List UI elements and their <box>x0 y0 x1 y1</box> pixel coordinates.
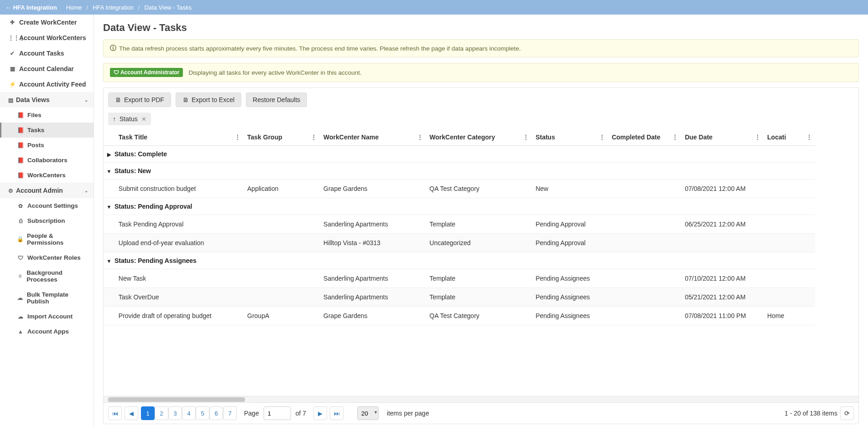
cell-location <box>764 234 815 252</box>
column-menu-icon[interactable]: ⋮ <box>599 133 605 141</box>
sidebar-subitem[interactable]: 📕WorkCenters <box>0 168 94 183</box>
table-row[interactable]: New TaskSanderling ApartmentsTemplatePen… <box>104 269 815 288</box>
pager-page[interactable]: 1 <box>141 406 155 420</box>
pager-first[interactable]: ⏮ <box>108 406 122 420</box>
group-caret-icon[interactable]: ▼ <box>105 258 113 264</box>
pager-page[interactable]: 7 <box>223 406 237 420</box>
sidebar-item[interactable]: ✚Create WorkCenter <box>0 15 94 30</box>
sidebar-subitem[interactable]: ✿Account Settings <box>0 198 94 213</box>
cell-due: 07/10/2021 12:00 AM <box>681 269 764 288</box>
sidebar-subitem[interactable]: ⎙Subscription <box>0 213 94 228</box>
cell-completed <box>608 234 681 252</box>
column-menu-icon[interactable]: ⋮ <box>523 133 529 141</box>
pager-page[interactable]: 5 <box>196 406 209 420</box>
group-chip-status[interactable]: ↑ Status ✕ <box>108 113 151 125</box>
table-row[interactable]: Upload end-of-year evaluationHilltop Vis… <box>104 234 815 252</box>
pager-next[interactable]: ▶ <box>313 406 327 420</box>
group-header[interactable]: ▶ Status: Complete <box>104 146 815 163</box>
table-row[interactable]: Task OverDueSanderling ApartmentsTemplat… <box>104 288 815 307</box>
sidebar-item-label: Create WorkCenter <box>19 19 77 26</box>
column-header[interactable]: WorkCenter Name⋮ <box>320 129 426 146</box>
sidebar-item[interactable]: ⚡Account Activity Feed <box>0 77 94 92</box>
column-header[interactable]: Due Date⋮ <box>681 129 764 146</box>
sidebar: ✚Create WorkCenter⋮⋮⋮Account WorkCenters… <box>0 15 94 426</box>
group-caret-icon[interactable]: ▼ <box>105 204 113 210</box>
column-menu-icon[interactable]: ⋮ <box>311 133 317 141</box>
column-menu-icon[interactable]: ⋮ <box>234 133 241 141</box>
cell-completed <box>608 215 681 234</box>
chip-close-icon[interactable]: ✕ <box>141 116 146 123</box>
scrollbar-thumb[interactable] <box>108 397 245 402</box>
page-size-select[interactable]: 20 <box>357 406 379 420</box>
sidebar-subitem[interactable]: 🔒People & Permissions <box>0 228 94 250</box>
sidebar-subitem[interactable]: ≡Background Processes <box>0 265 94 287</box>
horizontal-scrollbar[interactable] <box>104 396 858 402</box>
cell-title: Task Pending Approval <box>115 215 244 234</box>
sidebar-section-admin[interactable]: ⚙Account Admin ⌄ <box>0 183 94 198</box>
pager-prev[interactable]: ◀ <box>125 406 138 420</box>
table-row[interactable]: Task Pending ApprovalSanderling Apartmen… <box>104 215 815 234</box>
sidebar-subitem[interactable]: ☁Import Account <box>0 309 94 324</box>
cell-completed <box>608 288 681 307</box>
column-header[interactable]: Completed Date⋮ <box>608 129 681 146</box>
sidebar-section-dataviews[interactable]: ▤Data Views ⌄ <box>0 92 94 108</box>
pager-last[interactable]: ⏭ <box>330 406 343 420</box>
group-caret-icon[interactable]: ▼ <box>105 169 113 174</box>
sidebar-subitem[interactable]: 📕Posts <box>0 138 94 153</box>
sidebar-item[interactable]: ✔Account Tasks <box>0 46 94 61</box>
sidebar-item[interactable]: ▦Account Calendar <box>0 61 94 77</box>
column-label: WorkCenter Name <box>323 133 379 141</box>
breadcrumb-hfa[interactable]: HFA Integration <box>93 4 134 11</box>
sort-asc-icon: ↑ <box>113 115 116 123</box>
sidebar-subitem[interactable]: 🛡WorkCenter Roles <box>0 250 94 265</box>
group-caret-icon[interactable]: ▶ <box>105 152 113 158</box>
column-label: WorkCenter Category <box>430 133 495 141</box>
of-label: of 7 <box>296 410 306 417</box>
group-header[interactable]: ▼ Status: Pending Assignees <box>104 252 815 269</box>
pager-page[interactable]: 4 <box>182 406 196 420</box>
column-header[interactable]: Task Title⋮ <box>115 129 244 146</box>
cell-location <box>764 269 815 288</box>
sidebar-icon: ⎙ <box>16 218 25 224</box>
cell-workcenter: Sanderling Apartments <box>320 288 426 307</box>
refresh-button[interactable]: ⟳ <box>840 406 854 420</box>
sidebar-subitem[interactable]: ☁Bulk Template Publish <box>0 287 94 309</box>
breadcrumb-home[interactable]: Home <box>66 4 82 11</box>
export-pdf-button[interactable]: 🗎Export to PDF <box>108 92 171 107</box>
back-link[interactable]: ← HFA Integration <box>5 4 57 11</box>
column-header[interactable]: WorkCenter Category⋮ <box>426 129 532 146</box>
group-header[interactable]: ▼ Status: Pending Approval <box>104 198 815 215</box>
sidebar-subitem[interactable]: 📕Files <box>0 108 94 123</box>
sidebar-icon: 🔒 <box>16 236 24 242</box>
sidebar-item-label: Tasks <box>27 127 44 133</box>
sidebar-item[interactable]: ⋮⋮⋮Account WorkCenters <box>0 30 94 46</box>
page-input[interactable] <box>264 406 291 420</box>
column-header[interactable]: Task Group⋮ <box>244 129 320 146</box>
pager-page[interactable]: 3 <box>168 406 182 420</box>
sidebar-subitem[interactable]: 📕Collaborators <box>0 153 94 168</box>
sidebar-icon: ✚ <box>8 19 16 26</box>
column-menu-icon[interactable]: ⋮ <box>806 133 812 141</box>
column-menu-icon[interactable]: ⋮ <box>754 133 761 141</box>
grid-scroll[interactable]: Task Title⋮Task Group⋮WorkCenter Name⋮Wo… <box>104 129 858 396</box>
column-header[interactable]: Locati⋮ <box>764 129 815 146</box>
pager: ⏮ ◀ 1234567 Page of 7 ▶ ⏭ 20 items per p… <box>104 402 858 424</box>
sidebar-icon: 📕 <box>16 157 25 164</box>
table-row[interactable]: Submit construction budgetApplicationGra… <box>104 180 815 198</box>
column-menu-icon[interactable]: ⋮ <box>672 133 678 141</box>
table-row[interactable]: Provide draft of operating budgetGroupAG… <box>104 307 815 325</box>
sidebar-subitem[interactable]: ▲Account Apps <box>0 324 94 339</box>
sidebar-item-label: Account Apps <box>27 328 69 335</box>
excel-icon: 🗎 <box>182 96 189 103</box>
restore-defaults-button[interactable]: Restore Defaults <box>246 92 307 107</box>
sidebar-subitem[interactable]: 📕Tasks <box>0 123 94 138</box>
pager-page[interactable]: 6 <box>209 406 223 420</box>
pager-page[interactable]: 2 <box>155 406 168 420</box>
column-header[interactable]: Status⋮ <box>532 129 608 146</box>
cell-status: Pending Approval <box>532 234 608 252</box>
group-header[interactable]: ▼ Status: New <box>104 163 815 180</box>
breadcrumb-current[interactable]: Data View - Tasks <box>144 4 192 11</box>
export-excel-button[interactable]: 🗎Export to Excel <box>176 92 241 107</box>
gear-icon: ⚙ <box>8 188 13 194</box>
column-menu-icon[interactable]: ⋮ <box>417 133 423 141</box>
